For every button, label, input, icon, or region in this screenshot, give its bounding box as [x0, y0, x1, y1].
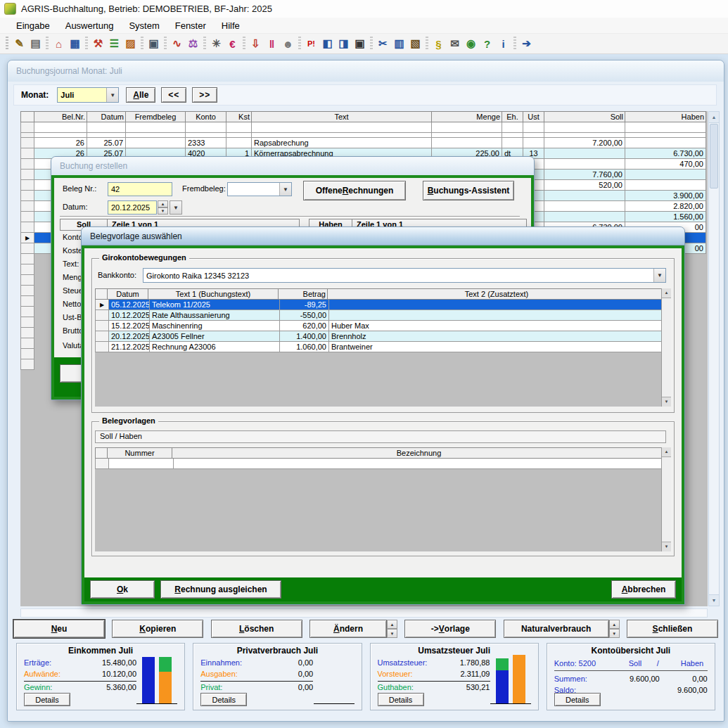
- scroll-down-icon[interactable]: ▼: [662, 397, 671, 407]
- scroll-up-icon[interactable]: ▲: [709, 112, 719, 123]
- col-datum[interactable]: Datum: [108, 288, 148, 300]
- scales-icon[interactable]: ⚖: [185, 36, 201, 51]
- previous-month-button[interactable]: <<: [161, 87, 186, 103]
- aendern-spinner[interactable]: ▲▼: [387, 620, 397, 638]
- journal-new-icon[interactable]: ✎: [11, 36, 27, 51]
- col-bezeichnung[interactable]: Bezeichnung: [172, 447, 666, 459]
- accounts-list-icon[interactable]: ☰: [106, 36, 122, 51]
- table-row[interactable]: 20.12.2025A23005 Fellner1.400,00Brennhol…: [95, 331, 666, 342]
- journal-horizontal-scrollbar[interactable]: [20, 608, 708, 618]
- menu-system[interactable]: System: [122, 19, 165, 32]
- table-row[interactable]: [20, 122, 706, 133]
- col-belnr[interactable]: Bel.Nr.: [34, 111, 87, 122]
- printer-icon[interactable]: ▦: [67, 36, 83, 51]
- col-menge[interactable]: Menge: [432, 111, 502, 122]
- globe-help-icon[interactable]: ?: [479, 36, 495, 51]
- menu-fenster[interactable]: Fenster: [169, 19, 212, 32]
- belegvorlage-dialog-titlebar[interactable]: Belegvorlage auswählen: [82, 227, 684, 245]
- bankkonto-dropdown-icon[interactable]: ▼: [653, 269, 665, 282]
- abbrechen-button[interactable]: Abbrechen: [611, 580, 676, 599]
- money-bag-euro-icon[interactable]: €: [224, 36, 241, 51]
- scrollbar-thumb[interactable]: [710, 124, 718, 189]
- machine-burst-icon[interactable]: ✳: [208, 36, 224, 51]
- soll-haben-filter[interactable]: Soll / Haben: [95, 430, 666, 443]
- naturalverbrauch-button[interactable]: Naturalverbrauch: [504, 620, 609, 638]
- exit-icon[interactable]: ➔: [518, 36, 535, 51]
- person-stats-icon[interactable]: ☻: [280, 36, 296, 51]
- ledger-icon[interactable]: ▤: [27, 36, 44, 51]
- menu-eingabe[interactable]: Eingabe: [10, 19, 56, 32]
- col-fremdbeleg[interactable]: Fremdbeleg: [126, 111, 186, 122]
- table-row[interactable]: ▶05.12.2025Telekom 11/2025-89,25: [95, 300, 666, 310]
- col-soll[interactable]: Soll: [544, 111, 625, 122]
- details-button[interactable]: Details: [200, 693, 247, 706]
- bankkonto-combobox[interactable]: Girokonto Raika 12345 32123 ▼: [143, 268, 666, 283]
- col-text1[interactable]: Text 1 (Buchungstext): [148, 288, 279, 300]
- fremdbeleg-dropdown-icon[interactable]: ▼: [279, 183, 291, 196]
- next-month-button[interactable]: >>: [192, 87, 217, 103]
- import-tractor-icon[interactable]: ⇩: [248, 36, 264, 51]
- col-text[interactable]: Text: [252, 111, 432, 122]
- table-row[interactable]: 15.12.2025Maschinenring620,00Huber Max: [95, 321, 666, 331]
- journal-vertical-scrollbar[interactable]: ▲ ▼: [708, 111, 720, 606]
- buchungs-assistent-button[interactable]: Buchungs-Assistent: [423, 181, 514, 200]
- aendern-button[interactable]: Ändern: [309, 620, 387, 638]
- buchung-dialog-titlebar[interactable]: Buchung erstellen: [51, 157, 534, 175]
- kopieren-button[interactable]: Kopieren: [112, 620, 203, 638]
- vorlage-button[interactable]: -> Vorlage: [404, 620, 496, 638]
- table-row[interactable]: 10.12.2025Rate Althaussanierung-550,00: [95, 310, 666, 321]
- info-icon[interactable]: i: [495, 36, 511, 51]
- table-row[interactable]: 2625.072333Rapsabrechung7.200,00: [20, 138, 706, 148]
- paste-icon[interactable]: ▧: [407, 36, 423, 51]
- naturalverbrauch-spinner[interactable]: ▲▼: [609, 620, 620, 638]
- fremdbeleg-combobox[interactable]: ▼: [227, 182, 292, 196]
- columns-left-icon[interactable]: ◧: [319, 36, 336, 51]
- farm-icon[interactable]: ⌂: [51, 36, 67, 51]
- copy-icon[interactable]: ▥: [391, 36, 407, 51]
- cut-icon[interactable]: ✂: [375, 36, 391, 51]
- copy-booking-icon[interactable]: ▣: [146, 36, 162, 51]
- datum-spinner[interactable]: ▲▼: [158, 200, 168, 215]
- journal-window-titlebar[interactable]: Buchungsjournal Monat: Juli: [8, 60, 724, 82]
- alle-button[interactable]: Alle: [126, 87, 155, 103]
- monat-combobox[interactable]: Juli ▼: [57, 87, 119, 103]
- schliessen-button[interactable]: Schließen: [627, 620, 718, 638]
- vorlagen-scrollbar[interactable]: ▲ ▼: [661, 447, 671, 551]
- scroll-up-icon[interactable]: ▲: [662, 288, 671, 298]
- scroll-down-icon[interactable]: ▼: [709, 594, 719, 606]
- details-button[interactable]: Details: [24, 693, 70, 706]
- scroll-down-icon[interactable]: ▼: [662, 542, 671, 551]
- details-button[interactable]: Details: [378, 693, 424, 706]
- scroll-up-icon[interactable]: ▲: [662, 447, 671, 457]
- col-ust[interactable]: Ust: [523, 111, 544, 122]
- col-haben[interactable]: Haben: [625, 111, 706, 122]
- loeschen-button[interactable]: Löschen: [211, 620, 302, 638]
- col-eh[interactable]: Eh.: [502, 111, 523, 122]
- screw-icon[interactable]: §: [430, 36, 447, 51]
- neu-button[interactable]: Neu: [13, 620, 105, 638]
- col-kst[interactable]: Kst: [226, 111, 252, 122]
- col-datum[interactable]: Datum: [87, 111, 126, 122]
- giro-scrollbar[interactable]: ▲ ▼: [661, 288, 671, 407]
- offene-rechnungen-button[interactable]: Offene Rechnungen: [303, 181, 406, 200]
- menu-auswertung[interactable]: Auswertung: [59, 19, 120, 32]
- monat-dropdown-icon[interactable]: ▼: [106, 88, 118, 102]
- datum-input[interactable]: 20.12.2025: [108, 200, 157, 215]
- mail-icon[interactable]: ✉: [447, 36, 463, 51]
- col-konto[interactable]: Konto: [186, 111, 226, 122]
- columns-right-icon[interactable]: ◨: [336, 36, 352, 51]
- ok-button[interactable]: Ok: [90, 580, 155, 599]
- table-row[interactable]: 21.12.2025Rechnung A230061.060,00Brantwe…: [95, 342, 666, 352]
- datum-dropdown-icon[interactable]: ▼: [170, 200, 182, 215]
- col-nummer[interactable]: Nummer: [108, 447, 172, 459]
- rechnung-ausgleichen-button[interactable]: Rechnung ausgleichen: [160, 580, 281, 599]
- test-tubes-icon[interactable]: ‖: [264, 36, 280, 51]
- protocol-icon[interactable]: P!: [303, 36, 319, 51]
- col-betrag[interactable]: Betrag: [279, 288, 328, 300]
- globe-icon[interactable]: ◉: [463, 36, 479, 51]
- details-button[interactable]: Details: [554, 693, 601, 706]
- chart-curve-icon[interactable]: ∿: [169, 36, 185, 51]
- table-row[interactable]: [20, 133, 706, 138]
- table-row[interactable]: [95, 459, 666, 469]
- menu-hilfe[interactable]: Hilfe: [215, 19, 246, 32]
